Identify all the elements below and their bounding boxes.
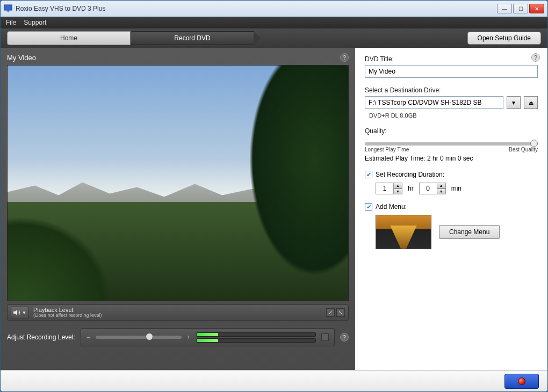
- video-preview: [7, 65, 349, 301]
- record-icon: [518, 378, 525, 385]
- playback-bar: ▼ Playback Level: (Does not affect recor…: [7, 304, 349, 321]
- quality-max-label: Best Quality: [509, 147, 538, 153]
- hr-unit: hr: [408, 185, 414, 192]
- dropdown-button[interactable]: ▼: [507, 96, 521, 109]
- volume-button[interactable]: ▼: [11, 307, 29, 318]
- menu-thumbnail[interactable]: [376, 215, 431, 249]
- quality-slider[interactable]: [365, 142, 538, 146]
- collapse-icon[interactable]: ⤡: [336, 308, 345, 317]
- footer-bar: [1, 370, 547, 391]
- duration-min-input[interactable]: [419, 183, 437, 194]
- menu-file[interactable]: File: [6, 19, 16, 26]
- playback-note: (Does not affect recording level): [33, 313, 102, 318]
- min-down-button[interactable]: ▼: [437, 188, 446, 194]
- eject-icon: ⏏: [529, 100, 533, 106]
- level-meter-right: [196, 338, 316, 343]
- minimize-button[interactable]: —: [497, 4, 512, 13]
- eject-button[interactable]: ⏏: [524, 96, 538, 109]
- est-label: Estimated Play Time:: [365, 155, 426, 162]
- dvd-title-label: DVD Title:: [365, 55, 538, 63]
- hr-down-button[interactable]: ▼: [394, 188, 402, 194]
- maximize-button[interactable]: ☐: [513, 4, 528, 13]
- playback-text: Playback Level: (Does not affect recordi…: [33, 307, 102, 318]
- window-title: Roxio Easy VHS to DVD 3 Plus: [16, 5, 497, 12]
- tab-home[interactable]: Home: [7, 31, 131, 45]
- record-button[interactable]: [504, 374, 539, 389]
- menu-bar: File Support: [1, 17, 547, 28]
- est-value: 2 hr 0 min 0 sec: [427, 155, 473, 162]
- settings-pane: ? DVD Title: Select a Destination Drive:…: [355, 48, 547, 370]
- quality-label: Quality:: [365, 127, 538, 135]
- adjust-recording-label: Adjust Recording Level:: [7, 333, 75, 341]
- destination-label: Select a Destination Drive:: [365, 86, 538, 94]
- recording-level-slider[interactable]: [96, 336, 182, 339]
- menu-support[interactable]: Support: [24, 19, 46, 26]
- recording-level-row: Adjust Recording Level: − + ?: [7, 328, 349, 346]
- open-setup-guide-button[interactable]: Open Setup Guide: [467, 32, 541, 45]
- min-unit: min: [451, 185, 462, 192]
- help-icon[interactable]: ?: [340, 333, 349, 342]
- help-icon[interactable]: ?: [340, 53, 349, 62]
- tab-row: Home Record DVD Open Setup Guide: [1, 28, 547, 48]
- quality-min-label: Longest Play Time: [365, 147, 409, 153]
- video-title: My Video: [7, 54, 36, 62]
- speaker-icon: [13, 309, 21, 316]
- window-buttons: — ☐ ✕: [497, 4, 544, 13]
- app-icon: [4, 4, 12, 13]
- close-button[interactable]: ✕: [529, 4, 544, 13]
- media-info: DVD+R DL 8.0GB: [369, 112, 538, 119]
- duration-checkbox[interactable]: [365, 171, 372, 178]
- plus-icon[interactable]: +: [187, 333, 191, 341]
- preview-pane: My Video ? ▼ Playback Level: (Does not a…: [1, 48, 355, 370]
- title-bar: Roxio Easy VHS to DVD 3 Plus — ☐ ✕: [1, 1, 547, 17]
- app-window: Roxio Easy VHS to DVD 3 Plus — ☐ ✕ File …: [0, 0, 548, 392]
- duration-hr-input[interactable]: [376, 183, 394, 194]
- min-up-button[interactable]: ▲: [437, 183, 446, 188]
- help-icon[interactable]: ?: [531, 53, 540, 62]
- dvd-title-input[interactable]: [365, 65, 538, 78]
- addmenu-label: Add Menu:: [376, 203, 407, 210]
- meter-toggle[interactable]: [321, 333, 329, 341]
- duration-label: Set Recording Duration:: [376, 171, 444, 178]
- destination-select[interactable]: F:\ TSSTcorp CD/DVDW SH-S182D SB: [365, 96, 503, 109]
- content: My Video ? ▼ Playback Level: (Does not a…: [1, 48, 547, 370]
- level-meters: [196, 332, 316, 343]
- hr-up-button[interactable]: ▲: [394, 183, 402, 188]
- level-meter-left: [196, 332, 316, 337]
- change-menu-button[interactable]: Change Menu: [439, 225, 500, 239]
- minus-icon[interactable]: −: [86, 333, 90, 341]
- expand-icon[interactable]: ⤢: [326, 308, 335, 317]
- addmenu-checkbox[interactable]: [365, 203, 372, 210]
- svg-rect-0: [4, 5, 12, 10]
- tab-record-dvd[interactable]: Record DVD: [131, 31, 254, 45]
